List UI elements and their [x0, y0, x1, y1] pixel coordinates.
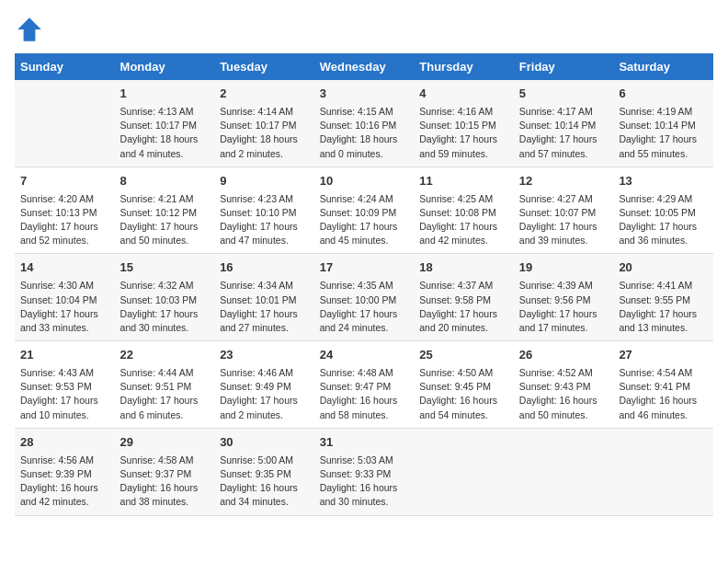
logo-icon	[15, 15, 44, 44]
cell-4-5: 25Sunrise: 4:50 AMSunset: 9:45 PMDayligh…	[414, 341, 514, 429]
cell-5-5	[414, 428, 514, 515]
day-number: 8	[120, 173, 210, 190]
day-number: 16	[220, 259, 309, 277]
day-number: 29	[120, 434, 210, 452]
day-number: 10	[320, 173, 409, 190]
day-info: Sunrise: 4:27 AMSunset: 10:07 PMDaylight…	[519, 192, 609, 248]
cell-1-3: 2Sunrise: 4:14 AMSunset: 10:17 PMDayligh…	[214, 80, 314, 167]
cell-1-4: 3Sunrise: 4:15 AMSunset: 10:16 PMDayligh…	[314, 80, 415, 167]
cell-4-2: 22Sunrise: 4:44 AMSunset: 9:51 PMDayligh…	[115, 341, 215, 429]
week-row-1: 1Sunrise: 4:13 AMSunset: 10:17 PMDayligh…	[15, 80, 713, 167]
day-number: 19	[519, 259, 609, 277]
week-row-2: 7Sunrise: 4:20 AMSunset: 10:13 PMDayligh…	[15, 167, 713, 254]
cell-3-4: 17Sunrise: 4:35 AMSunset: 10:00 PMDaylig…	[314, 254, 415, 341]
day-number: 28	[20, 434, 109, 452]
day-info: Sunrise: 4:23 AMSunset: 10:10 PMDaylight…	[220, 192, 309, 248]
day-info: Sunrise: 4:44 AMSunset: 9:51 PMDaylight:…	[120, 366, 210, 422]
day-number: 21	[20, 347, 109, 364]
day-number: 4	[419, 86, 508, 103]
cell-3-1: 14Sunrise: 4:30 AMSunset: 10:04 PMDaylig…	[15, 254, 115, 341]
day-info: Sunrise: 4:43 AMSunset: 9:53 PMDaylight:…	[20, 366, 109, 422]
week-row-3: 14Sunrise: 4:30 AMSunset: 10:04 PMDaylig…	[15, 254, 713, 341]
day-number: 9	[220, 173, 309, 190]
day-number: 2	[220, 86, 309, 103]
day-info: Sunrise: 4:17 AMSunset: 10:14 PMDaylight…	[519, 105, 609, 161]
day-number: 5	[519, 86, 609, 103]
cell-2-5: 11Sunrise: 4:25 AMSunset: 10:08 PMDaylig…	[414, 167, 514, 254]
cell-2-4: 10Sunrise: 4:24 AMSunset: 10:09 PMDaylig…	[314, 167, 415, 254]
day-number: 11	[419, 173, 508, 190]
cell-1-1	[15, 80, 115, 167]
cell-5-4: 31Sunrise: 5:03 AMSunset: 9:33 PMDayligh…	[314, 428, 415, 515]
cell-3-2: 15Sunrise: 4:32 AMSunset: 10:03 PMDaylig…	[115, 254, 215, 341]
cell-4-4: 24Sunrise: 4:48 AMSunset: 9:47 PMDayligh…	[314, 341, 415, 429]
logo	[15, 15, 48, 44]
cell-5-7	[613, 428, 713, 515]
cell-5-2: 29Sunrise: 4:58 AMSunset: 9:37 PMDayligh…	[115, 428, 215, 515]
day-number: 20	[619, 259, 708, 277]
cell-2-2: 8Sunrise: 4:21 AMSunset: 10:12 PMDayligh…	[115, 167, 215, 254]
day-info: Sunrise: 4:35 AMSunset: 10:00 PMDaylight…	[320, 279, 409, 335]
day-number: 23	[220, 347, 309, 364]
cell-3-6: 19Sunrise: 4:39 AMSunset: 9:56 PMDayligh…	[514, 254, 614, 341]
day-info: Sunrise: 5:03 AMSunset: 9:33 PMDaylight:…	[320, 454, 409, 510]
cell-4-7: 27Sunrise: 4:54 AMSunset: 9:41 PMDayligh…	[613, 341, 713, 429]
day-info: Sunrise: 4:16 AMSunset: 10:15 PMDaylight…	[419, 105, 508, 161]
cell-5-3: 30Sunrise: 5:00 AMSunset: 9:35 PMDayligh…	[214, 428, 314, 515]
day-info: Sunrise: 4:15 AMSunset: 10:16 PMDaylight…	[320, 105, 409, 161]
cell-1-5: 4Sunrise: 4:16 AMSunset: 10:15 PMDayligh…	[414, 80, 514, 167]
day-info: Sunrise: 4:39 AMSunset: 9:56 PMDaylight:…	[519, 279, 609, 335]
day-info: Sunrise: 4:30 AMSunset: 10:04 PMDaylight…	[20, 279, 109, 335]
day-number: 30	[220, 434, 309, 452]
day-info: Sunrise: 4:29 AMSunset: 10:05 PMDaylight…	[619, 192, 708, 248]
day-info: Sunrise: 4:37 AMSunset: 9:58 PMDaylight:…	[419, 279, 508, 335]
cell-2-6: 12Sunrise: 4:27 AMSunset: 10:07 PMDaylig…	[514, 167, 614, 254]
day-info: Sunrise: 4:41 AMSunset: 9:55 PMDaylight:…	[619, 279, 708, 335]
day-info: Sunrise: 4:34 AMSunset: 10:01 PMDaylight…	[220, 279, 309, 335]
cell-4-1: 21Sunrise: 4:43 AMSunset: 9:53 PMDayligh…	[15, 341, 115, 429]
week-row-5: 28Sunrise: 4:56 AMSunset: 9:39 PMDayligh…	[15, 428, 713, 515]
col-header-friday: Friday	[514, 53, 614, 80]
col-header-saturday: Saturday	[613, 53, 713, 80]
day-number: 17	[320, 259, 409, 277]
cell-1-7: 6Sunrise: 4:19 AMSunset: 10:14 PMDayligh…	[613, 80, 713, 167]
day-info: Sunrise: 4:56 AMSunset: 9:39 PMDaylight:…	[20, 454, 109, 510]
day-number: 6	[619, 86, 708, 103]
day-info: Sunrise: 4:14 AMSunset: 10:17 PMDaylight…	[220, 105, 309, 161]
cell-5-6	[514, 428, 614, 515]
day-info: Sunrise: 4:52 AMSunset: 9:43 PMDaylight:…	[519, 366, 609, 422]
header-row: SundayMondayTuesdayWednesdayThursdayFrid…	[15, 53, 713, 80]
day-number: 15	[120, 259, 210, 277]
day-info: Sunrise: 4:25 AMSunset: 10:08 PMDaylight…	[419, 192, 508, 248]
day-number: 27	[619, 347, 708, 364]
cell-2-1: 7Sunrise: 4:20 AMSunset: 10:13 PMDayligh…	[15, 167, 115, 254]
cell-3-7: 20Sunrise: 4:41 AMSunset: 9:55 PMDayligh…	[613, 254, 713, 341]
day-number: 24	[320, 347, 409, 364]
col-header-thursday: Thursday	[414, 53, 514, 80]
col-header-tuesday: Tuesday	[214, 53, 314, 80]
cell-3-5: 18Sunrise: 4:37 AMSunset: 9:58 PMDayligh…	[414, 254, 514, 341]
day-number: 14	[20, 259, 109, 277]
day-number: 12	[519, 173, 609, 190]
day-number: 25	[419, 347, 508, 364]
day-info: Sunrise: 5:00 AMSunset: 9:35 PMDaylight:…	[220, 454, 309, 510]
day-info: Sunrise: 4:13 AMSunset: 10:17 PMDaylight…	[120, 105, 210, 161]
day-info: Sunrise: 4:20 AMSunset: 10:13 PMDaylight…	[20, 192, 109, 248]
day-number: 18	[419, 259, 508, 277]
day-info: Sunrise: 4:50 AMSunset: 9:45 PMDaylight:…	[419, 366, 508, 422]
day-info: Sunrise: 4:48 AMSunset: 9:47 PMDaylight:…	[320, 366, 409, 422]
day-number: 1	[120, 86, 210, 103]
col-header-sunday: Sunday	[15, 53, 115, 80]
day-number: 31	[320, 434, 409, 452]
calendar-table: SundayMondayTuesdayWednesdayThursdayFrid…	[15, 53, 713, 516]
cell-2-7: 13Sunrise: 4:29 AMSunset: 10:05 PMDaylig…	[613, 167, 713, 254]
day-info: Sunrise: 4:58 AMSunset: 9:37 PMDaylight:…	[120, 454, 210, 510]
cell-4-6: 26Sunrise: 4:52 AMSunset: 9:43 PMDayligh…	[514, 341, 614, 429]
day-info: Sunrise: 4:19 AMSunset: 10:14 PMDaylight…	[619, 105, 708, 161]
day-info: Sunrise: 4:46 AMSunset: 9:49 PMDaylight:…	[220, 366, 309, 422]
svg-marker-0	[17, 17, 41, 41]
col-header-wednesday: Wednesday	[314, 53, 415, 80]
col-header-monday: Monday	[115, 53, 215, 80]
cell-4-3: 23Sunrise: 4:46 AMSunset: 9:49 PMDayligh…	[214, 341, 314, 429]
week-row-4: 21Sunrise: 4:43 AMSunset: 9:53 PMDayligh…	[15, 341, 713, 429]
